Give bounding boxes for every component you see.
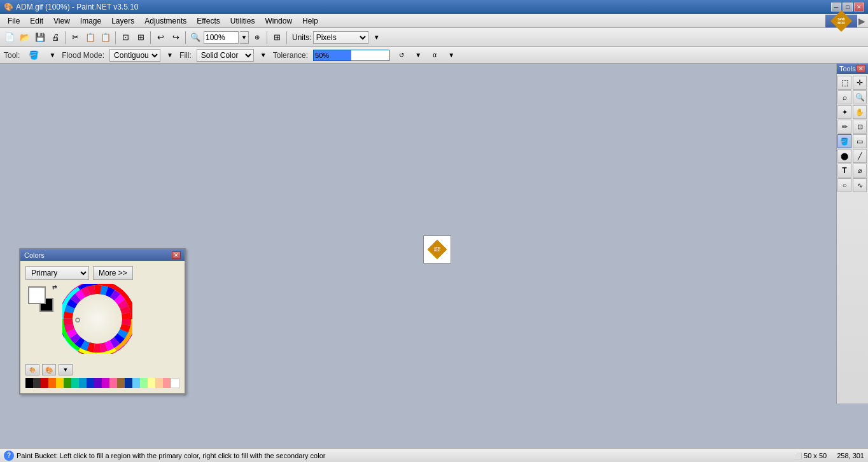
grid-button[interactable]: ⊞ (270, 31, 284, 45)
alpha-dropdown[interactable]: ▼ (447, 48, 456, 62)
swap-colors-icon[interactable]: ⇄ (52, 284, 57, 290)
crop-button[interactable]: ⊞ (134, 31, 148, 45)
lasso-tool[interactable]: ⌕ (837, 90, 851, 104)
copy-button[interactable]: 📋 (83, 31, 97, 45)
tools-panel-close-button[interactable]: ✕ (857, 65, 865, 73)
tool-dropdown-arrow[interactable]: ▼ (48, 48, 57, 62)
palette-lightorange[interactable] (155, 378, 163, 388)
set-foreground-color-button[interactable]: 🎨 (25, 364, 39, 375)
freeform-tool[interactable]: ∿ (853, 178, 867, 192)
zoom-dropdown-arrow[interactable]: ▼ (240, 31, 249, 44)
color-options-dropdown[interactable]: ▼ (59, 364, 73, 375)
menu-image[interactable]: Image (75, 14, 106, 27)
blend-dropdown[interactable]: ▼ (414, 48, 423, 62)
primary-dropdown[interactable]: Primary Secondary (25, 266, 89, 280)
redo-button[interactable]: ↪ (169, 31, 183, 45)
palette-purple[interactable] (94, 378, 102, 388)
shape-tool[interactable]: ⌀ (853, 164, 867, 178)
flood-mode-dropdown[interactable]: ▼ (165, 48, 174, 62)
print-button[interactable]: 🖨 (48, 31, 62, 45)
palette-lightred[interactable] (163, 378, 171, 388)
palette-black[interactable] (25, 378, 33, 388)
palette-red[interactable] (41, 378, 48, 388)
zoom-minus-button[interactable]: 🔍 (188, 31, 202, 45)
separator-2 (115, 31, 116, 44)
eraser-tool[interactable]: ⊡ (853, 120, 867, 134)
palette-brown[interactable] (117, 378, 125, 388)
maximize-button[interactable]: □ (843, 3, 853, 11)
menu-adjustments[interactable]: Adjustments (139, 14, 192, 27)
menu-window[interactable]: Window (260, 14, 297, 27)
app-icon: 🎨 (4, 3, 13, 11)
new-button[interactable]: 📄 (3, 31, 17, 45)
menu-layers[interactable]: Layers (106, 14, 139, 27)
palette-lightgreen[interactable] (140, 378, 148, 388)
undo-button[interactable]: ↩ (153, 31, 167, 45)
open-button[interactable]: 📂 (18, 31, 32, 45)
colors-panel-close-button[interactable]: ✕ (172, 251, 181, 259)
menu-file[interactable]: File (3, 14, 25, 27)
palette-yellow[interactable] (56, 378, 64, 388)
pan-tool[interactable]: ✋ (853, 105, 867, 119)
move-tool[interactable]: ✛ (853, 76, 867, 90)
paste-button[interactable]: 📋 (99, 31, 113, 45)
fill-dropdown[interactable]: ▼ (259, 48, 268, 62)
palette-teal[interactable] (71, 378, 79, 388)
close-button[interactable]: ✕ (854, 3, 864, 11)
menu-utilities[interactable]: Utilities (225, 14, 260, 27)
current-tool-button[interactable]: 🪣 (25, 48, 43, 62)
menu-edit[interactable]: Edit (25, 14, 48, 27)
more-button[interactable]: More >> (93, 266, 133, 280)
blend-mode-button[interactable]: ↺ (395, 48, 409, 62)
fill-select[interactable]: Solid Color Pattern (197, 49, 254, 62)
menu-help[interactable]: Help (297, 14, 323, 27)
text-tool[interactable]: T (837, 164, 851, 178)
magic-wand-tool[interactable]: ✦ (837, 105, 851, 119)
menu-view[interactable]: View (48, 14, 75, 27)
set-background-color-button[interactable]: 🎨 (42, 364, 56, 375)
tolerance-text: 50% (315, 50, 329, 60)
swatch-container: ⇄ (25, 284, 57, 316)
units-dropdown-arrow[interactable]: ▼ (370, 31, 384, 45)
deselect-button[interactable]: ⊡ (118, 31, 132, 45)
minimize-button[interactable]: ─ (831, 3, 841, 11)
palette-magenta[interactable] (102, 378, 109, 388)
zoom-tool[interactable]: 🔍 (853, 90, 867, 104)
palette-orange[interactable] (48, 378, 56, 388)
rectangle-tool[interactable]: ▭ (853, 134, 867, 148)
brush-tool[interactable]: ⬤ (837, 149, 851, 163)
tolerance-bar[interactable]: 50% (313, 50, 389, 61)
cut-button[interactable]: ✂ (68, 31, 82, 45)
tool-label-text: Tool: (4, 51, 20, 60)
line-tool[interactable]: ╱ (853, 149, 867, 163)
palette-lightblue[interactable] (132, 378, 140, 388)
colors-content: Primary Secondary More >> ⇄ (20, 261, 185, 393)
zoom-plus-button[interactable]: ⊕ (250, 31, 264, 45)
palette-dark1[interactable] (33, 378, 41, 388)
alpha-button[interactable]: α (428, 48, 442, 62)
flood-mode-select[interactable]: Contiguous Global (109, 49, 160, 62)
palette-blue[interactable] (87, 378, 94, 388)
svg-point-28 (76, 297, 119, 340)
palette-green[interactable] (64, 378, 71, 388)
palette-lightyellow[interactable] (148, 378, 155, 388)
pencil-tool[interactable]: ✏ (837, 120, 851, 134)
palette-white[interactable] (171, 378, 179, 388)
primary-color-swatch[interactable] (28, 286, 46, 304)
canvas-area[interactable]: SPRIMOD Colors ✕ Primary Secondary More … (0, 64, 868, 417)
palette-cyan[interactable] (79, 378, 87, 388)
menu-effects[interactable]: Effects (192, 14, 225, 27)
zoom-input[interactable]: 100% (204, 31, 239, 44)
colors-panel-header[interactable]: Colors ✕ (20, 249, 185, 261)
color-wheel-container[interactable] (62, 284, 139, 360)
units-select[interactable]: Pixels Inches Centimeters (313, 31, 368, 44)
ellipse-tool[interactable]: ○ (837, 178, 851, 192)
select-rectangle-tool[interactable]: ⬚ (837, 76, 851, 90)
palette-pink[interactable] (109, 378, 117, 388)
palette-darkblue[interactable] (125, 378, 132, 388)
menu-bar: File Edit View Image Layers Adjustments … (0, 14, 868, 28)
tool-options-bar: Tool: 🪣 ▼ Flood Mode: Contiguous Global … (0, 47, 868, 64)
save-button[interactable]: 💾 (33, 31, 47, 45)
paint-bucket-tool[interactable]: 🪣 (837, 134, 851, 148)
color-swatches: ⇄ (25, 284, 179, 360)
